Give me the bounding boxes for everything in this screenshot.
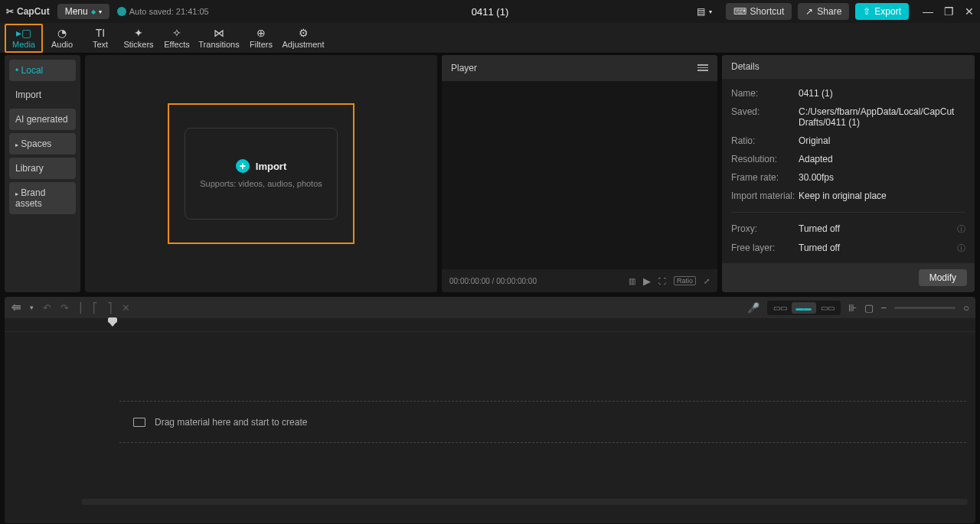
menu-label: Menu: [65, 6, 88, 17]
import-subtitle: Supports: videos, audios, photos: [200, 179, 322, 188]
detail-value-import-material: Keep in original place: [799, 190, 965, 201]
info-icon[interactable]: ⓘ: [957, 223, 965, 235]
sidebar-item-label: Library: [15, 163, 44, 174]
sidebar-item-label: Spaces: [21, 138, 51, 149]
tab-label: Transitions: [198, 40, 239, 49]
titlebar: ✂ CapCut Menu ◆ ▾ Auto saved: 21:41:05 0…: [0, 0, 980, 23]
player-controls: 00:00:00:00 / 00:00:00:00 ▥ ▶ ⛶ Ratio ⤢: [442, 269, 717, 292]
keyboard-icon: ⌨: [733, 6, 746, 17]
clip-icon: [133, 418, 145, 427]
share-label: Share: [817, 6, 841, 17]
drop-hint-label: Drag material here and start to create: [155, 417, 307, 428]
tab-transitions[interactable]: ⋈ Transitions: [196, 24, 242, 53]
export-button[interactable]: ⇧ Export: [855, 3, 909, 20]
share-icon: ↗: [805, 6, 813, 17]
player-menu-icon[interactable]: [697, 64, 708, 71]
sidebar-item-spaces[interactable]: ▸ Spaces: [9, 133, 76, 155]
share-button[interactable]: ↗ Share: [798, 3, 849, 20]
mode-expand[interactable]: ▭▭: [816, 302, 839, 314]
compare-icon[interactable]: ▥: [629, 277, 635, 285]
detail-label-proxy: Proxy:: [731, 223, 799, 235]
detail-value-framerate: 30.00fps: [799, 172, 965, 183]
sidebar-item-ai[interactable]: AI generated: [9, 109, 76, 130]
redo-button[interactable]: ↷: [60, 302, 69, 314]
playhead[interactable]: [112, 318, 113, 332]
layout-button[interactable]: ▤ ▾: [689, 3, 720, 20]
tab-adjustment[interactable]: ⚙ Adjustment: [280, 24, 326, 53]
chevron-down-icon[interactable]: ▾: [30, 304, 34, 311]
import-dropzone[interactable]: + Import Supports: videos, audios, photo…: [185, 128, 338, 220]
detail-label-freelayer: Free layer:: [731, 242, 799, 254]
sidebar-item-library[interactable]: Library: [9, 158, 76, 179]
tab-label: Filters: [250, 40, 273, 49]
trim-left-tool[interactable]: ⎡: [93, 302, 98, 314]
split-tool[interactable]: ⎮: [78, 302, 83, 314]
zoom-out-button[interactable]: −: [881, 302, 887, 314]
tab-label: Audio: [51, 40, 73, 49]
sidebar-item-label: Brand assets: [15, 187, 45, 209]
trim-right-tool[interactable]: ⎤: [107, 302, 113, 314]
chevron-right-icon: ▸: [15, 190, 18, 197]
mode-collapse[interactable]: ▭▭: [769, 302, 792, 314]
sidebar-item-label: Local: [21, 65, 44, 76]
minimize-button[interactable]: —: [923, 5, 933, 18]
autosave-status: Auto saved: 21:41:05: [117, 7, 209, 16]
detail-label-resolution: Resolution:: [731, 154, 799, 164]
logo-icon: ✂: [6, 6, 14, 17]
tab-effects[interactable]: ✧ Effects: [158, 24, 196, 53]
modify-button[interactable]: Modify: [919, 269, 967, 286]
info-icon[interactable]: ⓘ: [957, 242, 965, 254]
maximize-button[interactable]: ❐: [944, 5, 954, 18]
fullscreen-icon[interactable]: ⤢: [704, 277, 710, 285]
detail-label-import-material: Import material:: [731, 190, 799, 201]
timeline-toolbar-right: 🎤 ▭▭ ▬▬ ▭▭ ⊪ ▢ − ○: [747, 301, 969, 315]
sidebar-item-import[interactable]: Import: [9, 84, 76, 106]
zoom-in-button[interactable]: ○: [963, 302, 969, 314]
close-button[interactable]: ✕: [965, 5, 974, 18]
undo-button[interactable]: ↶: [43, 302, 51, 314]
timeline-scrollbar[interactable]: [81, 499, 968, 505]
ratio-button[interactable]: Ratio: [674, 276, 696, 285]
timeline-tracks[interactable]: Drag material here and start to create: [5, 332, 975, 508]
chevron-down-icon: ▾: [709, 8, 712, 15]
magnet-button[interactable]: ⊪: [848, 302, 857, 314]
scan-icon[interactable]: ⛶: [658, 277, 666, 285]
preview-button[interactable]: ▢: [864, 302, 874, 314]
import-title: Import: [256, 161, 286, 172]
autosave-label: Auto saved: 21:41:05: [129, 7, 209, 16]
divider: [731, 212, 965, 213]
tab-media[interactable]: ▸▢ Media: [5, 24, 43, 53]
timeline-ruler[interactable]: [5, 318, 975, 332]
window-controls: — ❐ ✕: [923, 5, 974, 18]
menu-indicator-icon: ◆: [91, 8, 96, 15]
chevron-right-icon: ▸: [15, 142, 18, 148]
player-panel: Player 00:00:00:00 / 00:00:00:00 ▥ ▶ ⛶ R…: [442, 55, 717, 292]
zoom-slider[interactable]: [894, 307, 956, 309]
tab-audio[interactable]: ◔ Audio: [43, 24, 81, 53]
tab-text[interactable]: TI Text: [81, 24, 119, 53]
timeline-toolbar: ⭅ ▾ ↶ ↷ ⎮ ⎡ ⎤ ✕ 🎤 ▭▭ ▬▬ ▭▭ ⊪ ▢ − ○: [5, 297, 975, 318]
menu-button[interactable]: Menu ◆ ▾: [57, 4, 109, 19]
tab-filters[interactable]: ⊕ Filters: [242, 24, 280, 53]
timeline-drop-hint: Drag material here and start to create: [119, 401, 966, 443]
filters-icon: ⊕: [256, 28, 266, 38]
pointer-tool[interactable]: ⭅: [11, 302, 21, 314]
mode-default[interactable]: ▬▬: [792, 302, 816, 314]
tab-stickers[interactable]: ✦ Stickers: [119, 24, 158, 53]
check-icon: [117, 7, 126, 16]
tab-label: Text: [93, 40, 108, 49]
tab-label: Stickers: [123, 40, 153, 49]
sidebar-item-local[interactable]: • Local: [9, 60, 76, 81]
detail-value-resolution: Adapted: [799, 154, 965, 164]
track-mode-toggle[interactable]: ▭▭ ▬▬ ▭▭: [767, 301, 841, 315]
app-name: CapCut: [17, 6, 50, 17]
sidebar-item-brand[interactable]: ▸ Brand assets: [9, 182, 76, 214]
details-panel: Details Name:0411 (1) Saved:C:/Users/fba…: [722, 55, 975, 292]
play-button[interactable]: ▶: [643, 275, 651, 287]
main-tabs: ▸▢ Media ◔ Audio TI Text ✦ Stickers ✧ Ef…: [0, 23, 980, 54]
shortcut-button[interactable]: ⌨ Shortcut: [726, 3, 792, 20]
delete-tool[interactable]: ✕: [122, 302, 130, 314]
detail-label-framerate: Frame rate:: [731, 172, 799, 183]
media-sidebar: • Local Import AI generated ▸ Spaces Lib…: [5, 55, 80, 292]
mic-button[interactable]: 🎤: [747, 302, 760, 314]
